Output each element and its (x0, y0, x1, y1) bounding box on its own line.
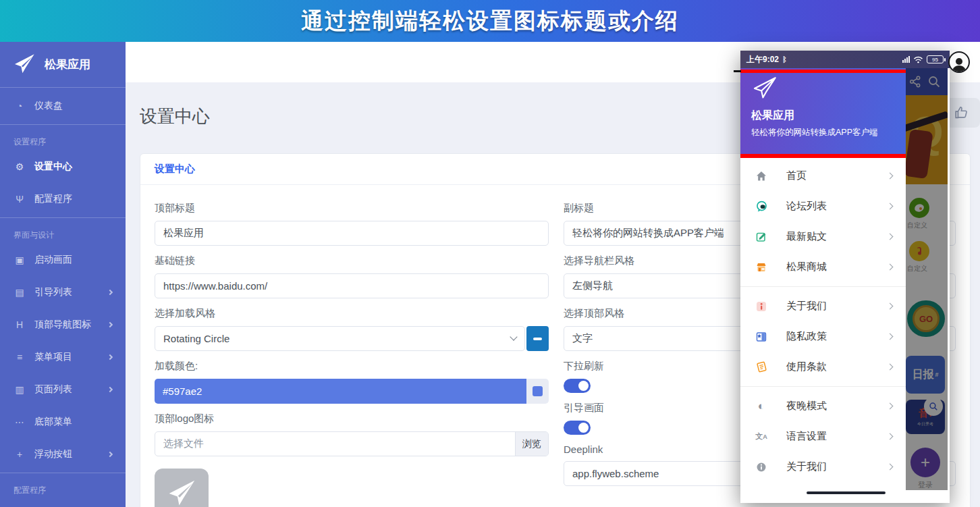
sidebar-item-label: 引导列表 (34, 286, 72, 298)
float-button-icon: + (13, 449, 26, 460)
top-nav-icon: H (13, 319, 26, 330)
sidebar-item-label: 菜单项目 (34, 351, 72, 363)
promo-banner: 通过控制端轻松设置图标标题或介绍 (0, 0, 980, 42)
home-indicator (807, 491, 886, 494)
sidebar-item-启动画面[interactable]: ▣启动画面 (0, 244, 126, 276)
pull-refresh-toggle[interactable] (564, 379, 591, 393)
paper-plane-drawer-icon (751, 76, 778, 101)
chevron-right-icon (887, 234, 894, 240)
drawer-item-label: 关于我们 (786, 460, 827, 473)
sidebar-item-菜单项目[interactable]: ≡菜单项目 (0, 341, 126, 373)
base-link-label: 基础链接 (155, 255, 549, 267)
drawer-item-论坛列表[interactable]: 论坛列表 (740, 191, 906, 221)
drawer-item-首页[interactable]: 首页 (740, 161, 906, 191)
drawer-item-隐私政策[interactable]: 隐私政策 (740, 321, 906, 352)
loading-color-picker[interactable] (526, 379, 549, 404)
drawer-scrim (906, 68, 948, 490)
sidebar-item-label: 启动画面 (34, 254, 72, 266)
sidebar-item-页面列表[interactable]: ▥页面列表 (0, 373, 126, 406)
user-avatar[interactable] (948, 51, 970, 73)
drawer-item-label: 夜晚模式 (786, 400, 827, 412)
status-time: 上午9:02 (746, 54, 779, 65)
page-list-icon: ▥ (13, 384, 26, 395)
sidebar-brand[interactable]: 松果应用 (0, 42, 126, 85)
chevron-right-icon (107, 354, 113, 360)
guide-screen-toggle[interactable] (564, 421, 591, 435)
chevron-right-icon (887, 433, 894, 440)
terms-icon (754, 361, 769, 374)
plug-icon: Ψ (13, 194, 26, 205)
chevron-right-icon (887, 403, 894, 410)
promo-banner-title: 通过控制端轻松设置图标标题或介绍 (301, 6, 679, 36)
paper-plane-logo-icon (12, 53, 36, 75)
sidebar-divider (0, 473, 126, 473)
phone-screenshot: 上午9:02 ᛒ 95 Q 自定义 自定义 GO 日 (740, 51, 950, 503)
drawer-item-语言设置[interactable]: 文A语言设置 (740, 421, 906, 452)
top-title-label: 顶部标题 (155, 202, 549, 215)
sidebar-item-浮动按钮[interactable]: +浮动按钮 (0, 438, 126, 471)
chevron-down-icon (510, 333, 517, 340)
drawer-item-label: 松果商城 (786, 261, 827, 273)
drawer-item-使用条款[interactable]: 使用条款 (740, 352, 906, 382)
language-icon: 文A (754, 430, 769, 444)
loading-style-remove-button[interactable] (526, 326, 549, 351)
chevron-right-icon (887, 303, 894, 310)
drawer-item-松果商城[interactable]: 松果商城 (740, 252, 906, 282)
loading-color-group: #597ae2 (155, 379, 549, 404)
loading-style-label: 选择加载风格 (155, 307, 549, 320)
top-logo-label: 顶部logo图标 (155, 412, 549, 425)
sidebar-divider (0, 124, 126, 125)
bottom-menu-icon: ⋯ (13, 417, 26, 427)
chevron-right-icon (107, 387, 113, 392)
sidebar-divider (0, 217, 126, 218)
sidebar-item-配置程序[interactable]: Ψ配置程序 (0, 183, 126, 215)
minus-icon (533, 338, 542, 340)
sidebar-item-底部菜单[interactable]: ⋯底部菜单 (0, 406, 126, 438)
sidebar: 松果应用 ◔仪表盘设置程序⚙设置中心Ψ配置程序界面与设计▣启动画面▤引导列表H顶… (0, 42, 126, 507)
privacy-icon (754, 330, 769, 344)
sidebar-item-顶部导航图标[interactable]: H顶部导航图标 (0, 309, 126, 341)
sidebar-item-引导列表[interactable]: ▤引导列表 (0, 276, 126, 309)
drawer-header: 松果应用 轻松将你的网站转换成APP客户端 (740, 68, 906, 154)
annotation-tick (734, 70, 741, 72)
sidebar-section-header: 界面与设计 (0, 220, 126, 244)
drawer-item-夜晚模式[interactable]: ◐夜晚模式 (740, 391, 906, 421)
splash-icon: ▣ (13, 255, 26, 265)
sidebar-item-label: 顶部导航图标 (34, 319, 91, 331)
sidebar-item-label: 设置中心 (34, 161, 72, 173)
battery-icon: 95 (927, 55, 944, 63)
sidebar-item-仪表盘[interactable]: ◔仪表盘 (0, 90, 126, 122)
sidebar-item-label: 页面列表 (34, 383, 72, 396)
chevron-right-icon (107, 322, 113, 327)
loading-style-select[interactable]: Rotating Circle (155, 326, 525, 351)
about-icon (754, 300, 769, 313)
sidebar-section-header: 配置程序 (0, 475, 126, 499)
drawer-item-关于我们[interactable]: 关于我们 (740, 452, 906, 482)
drawer-divider (740, 286, 906, 287)
posts-icon (754, 230, 769, 244)
drawer-item-label: 最新贴文 (786, 230, 827, 243)
chevron-right-icon (887, 264, 894, 271)
loading-color-input[interactable]: #597ae2 (155, 379, 526, 404)
browse-button[interactable]: 浏览 (515, 432, 548, 456)
drawer-item-最新贴文[interactable]: 最新贴文 (740, 221, 906, 252)
chevron-right-icon (887, 203, 894, 210)
gears-icon: ⚙ (13, 161, 26, 172)
loading-color-label: 加载颜色: (155, 360, 549, 373)
annotation-red-line-bottom (740, 154, 906, 158)
sidebar-nav: ◔仪表盘设置程序⚙设置中心Ψ配置程序界面与设计▣启动画面▤引导列表H顶部导航图标… (0, 87, 126, 507)
chevron-right-icon (887, 173, 894, 180)
top-title-input[interactable]: 松果应用 (155, 221, 549, 246)
drawer-item-关于我们[interactable]: 关于我们 (740, 291, 906, 321)
sidebar-item-label: 浮动按钮 (34, 448, 72, 460)
sidebar-item-设置中心[interactable]: ⚙设置中心 (0, 151, 126, 183)
night-mode-icon: ◐ (754, 400, 769, 413)
annotation-red-line-top (740, 70, 906, 73)
sidebar-item-APP颜色[interactable]: ✎APP颜色 (0, 499, 126, 507)
phone-status-bar: 上午9:02 ᛒ 95 (740, 51, 950, 68)
logo-preview (155, 469, 209, 507)
base-link-input[interactable]: https://www.baidu.com/ (155, 273, 549, 298)
top-logo-file-input[interactable]: 选择文件 浏览 (155, 431, 549, 456)
color-swatch (533, 386, 543, 396)
bluetooth-icon: ᛒ (782, 55, 787, 63)
